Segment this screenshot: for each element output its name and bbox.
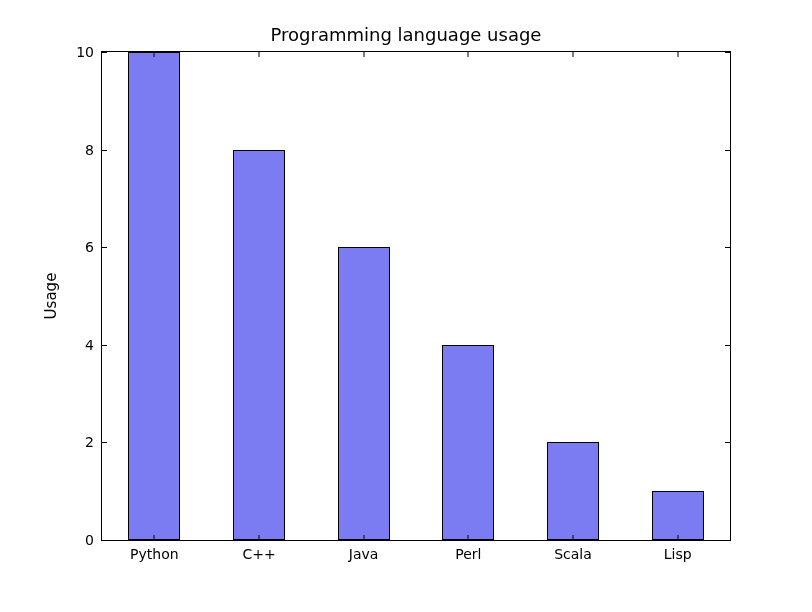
ytick-mark — [725, 150, 731, 151]
xtick-mark — [677, 51, 678, 57]
xtick-mark — [259, 51, 260, 57]
ytick-mark — [725, 442, 731, 443]
ytick-label: 0 — [85, 532, 102, 548]
xtick-label: Java — [349, 540, 379, 562]
chart-title: Programming language usage — [0, 24, 812, 45]
xtick-label: Perl — [455, 540, 481, 562]
y-axis-label: Usage — [42, 51, 60, 541]
ytick-label: 4 — [85, 337, 102, 353]
xtick-label: Scala — [554, 540, 592, 562]
bar-c- — [233, 150, 285, 540]
xtick-mark — [363, 51, 364, 57]
bar-lisp — [652, 491, 704, 540]
xtick-label: Lisp — [664, 540, 692, 562]
plot-area: 0246810PythonC++JavaPerlScalaLisp — [101, 51, 731, 541]
ytick-label: 8 — [85, 142, 102, 158]
ytick-mark — [725, 345, 731, 346]
ytick-label: 10 — [76, 44, 102, 60]
bar-python — [128, 52, 180, 540]
ytick-label: 6 — [85, 239, 102, 255]
ytick-label: 2 — [85, 434, 102, 450]
bar-perl — [442, 345, 494, 540]
bar-java — [338, 247, 390, 540]
ytick-mark — [725, 247, 731, 248]
xtick-mark — [154, 51, 155, 57]
bar-scala — [547, 442, 599, 540]
xtick-mark — [468, 51, 469, 57]
ytick-mark — [725, 52, 731, 53]
xtick-label: C++ — [242, 540, 275, 562]
xtick-label: Python — [130, 540, 179, 562]
ytick-mark — [725, 540, 731, 541]
xtick-mark — [573, 51, 574, 57]
chart-figure: Programming language usage Usage 0246810… — [0, 0, 812, 612]
